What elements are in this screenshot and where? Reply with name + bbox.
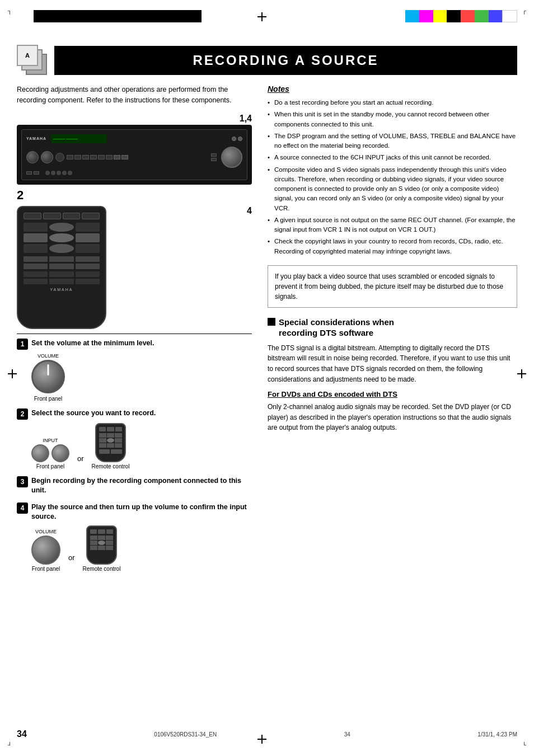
corner-mark-bl: ┘ <box>8 742 12 748</box>
footer-page: 34 <box>344 731 350 738</box>
color-bar <box>405 10 517 22</box>
volume-knob-big <box>31 360 65 393</box>
sub-section-body: Only 2-channel analog audio signals may … <box>268 402 517 433</box>
step-2-num: 2 <box>17 408 28 420</box>
left-column: Recording adjustments and other operatio… <box>17 84 252 579</box>
vol-label-4: VOLUME <box>31 529 60 534</box>
note-item-7: Check the copyright laws in your country… <box>268 237 517 256</box>
ri4d1 <box>90 536 97 540</box>
device-volume-knob <box>221 147 242 168</box>
notes-title: Notes <box>268 84 517 93</box>
step-4-header: 4 Play the source and then turn up the v… <box>17 503 252 522</box>
step-1-content: VOLUME Front panel <box>31 353 252 402</box>
device-display: ——— ——— <box>51 134 107 143</box>
rid-center <box>107 438 114 443</box>
remote-control-label-2: Remote control <box>92 463 130 469</box>
remote-illus-body-4 <box>86 525 117 565</box>
db2 <box>34 171 39 175</box>
color-seg-red <box>461 10 475 22</box>
dbb4 <box>62 171 67 175</box>
reg-mark-right <box>517 369 526 378</box>
volume-label-top: VOLUME <box>31 353 65 359</box>
ri4d4 <box>90 541 97 545</box>
rbb2 <box>49 271 73 277</box>
rid4 <box>99 438 106 443</box>
device-knob2 <box>41 151 53 163</box>
ri-b1 <box>99 427 106 431</box>
input-front-panel: INPUT Front panel <box>31 438 69 469</box>
yamaha-logo-remote: YAMAHA <box>24 288 100 292</box>
device-btn5 <box>98 155 105 159</box>
reg-mark-top <box>257 12 266 21</box>
rdpad-right <box>76 233 100 242</box>
ri-dpad <box>99 433 122 448</box>
sub-section-title: For DVDs and CDs encoded with DTS <box>268 390 517 398</box>
rbb6 <box>76 279 100 284</box>
rid6 <box>115 438 122 443</box>
step-2-label-large: 2 <box>17 188 252 203</box>
rdpad-center <box>49 233 73 242</box>
color-seg-magenta <box>419 10 433 22</box>
remote-control-large: YAMAHA <box>17 206 106 329</box>
ri4d3 <box>106 536 113 540</box>
rtb3 <box>63 213 81 219</box>
ri4d8 <box>98 546 105 550</box>
ri-b3 <box>115 427 122 431</box>
rmb4 <box>24 264 48 269</box>
device-btn6 <box>106 155 113 159</box>
page-title: RECORDING A SOURCE <box>54 46 517 75</box>
input-knobs <box>31 444 69 462</box>
remote-control-label-4: Remote control <box>83 566 121 572</box>
color-seg-cyan <box>405 10 419 22</box>
remote-section: 4 <box>17 206 252 329</box>
note-item-3: The DSP program and the setting of VOLUM… <box>268 132 517 151</box>
device-btn7 <box>114 155 120 159</box>
title-area: A B C RECORDING A SOURCE <box>17 45 517 76</box>
main-content: Recording adjustments and other operatio… <box>17 84 517 579</box>
note-item-1: Do a test recording before you start an … <box>268 98 517 107</box>
color-seg-green <box>475 10 489 22</box>
remote-mid-btns <box>24 256 100 269</box>
rmb1 <box>24 256 48 262</box>
device-rbtn1 <box>211 153 217 157</box>
front-panel-label-2: Front panel <box>31 463 69 469</box>
color-seg-black <box>447 10 461 22</box>
black-square-icon <box>268 318 275 326</box>
volume-knob-area: VOLUME Front panel <box>31 353 65 402</box>
rtb4 <box>82 213 100 219</box>
corner-mark-br: └ <box>522 742 526 748</box>
reg-mark-left <box>8 369 17 378</box>
top-bar-left <box>34 10 202 22</box>
rid1 <box>99 433 106 438</box>
footer-date: 1/31/1, 4:23 PM <box>477 731 517 738</box>
info-box: If you play back a video source that use… <box>268 265 517 308</box>
note-item-4: A source connected to the 6CH INPUT jack… <box>268 153 517 162</box>
right-column: Notes Do a test recording before you sta… <box>268 84 517 579</box>
step-3: 3 Begin recording by the recording compo… <box>17 476 252 496</box>
device-wrapper: 1,4 YAMAHA ——— ——— <box>17 114 252 329</box>
note-item-2: When this unit is set in the standby mod… <box>268 110 517 129</box>
rdpad-tr <box>76 223 100 232</box>
device-body: YAMAHA ——— ——— <box>21 129 247 180</box>
dbb3 <box>57 171 61 175</box>
remote-illus-step4: Remote control <box>83 525 121 572</box>
ri4d7 <box>90 546 97 550</box>
rid7 <box>99 443 106 448</box>
step-1-num: 1 <box>17 339 28 350</box>
device-top-row: YAMAHA ——— ——— <box>26 134 242 143</box>
ri4-row1 <box>90 529 113 534</box>
special-title-line2: recording DTS software <box>279 328 373 337</box>
remote-illus-step2: Remote control <box>92 423 130 469</box>
rdpad-left <box>24 233 48 242</box>
special-title: Special considerations when recording DT… <box>268 317 517 339</box>
rbb5 <box>49 279 73 284</box>
vol-knob-step4 <box>31 536 60 565</box>
rdpad-br <box>76 244 100 253</box>
rdpad-bl <box>24 244 48 253</box>
device-btn4 <box>90 155 97 159</box>
abc-icon: A B C <box>17 45 48 76</box>
ri-row2 <box>99 449 122 454</box>
step-3-num: 3 <box>17 476 28 487</box>
ri4d6 <box>106 541 113 545</box>
step-1-header: 1 Set the volume at the minimum level. <box>17 339 252 350</box>
